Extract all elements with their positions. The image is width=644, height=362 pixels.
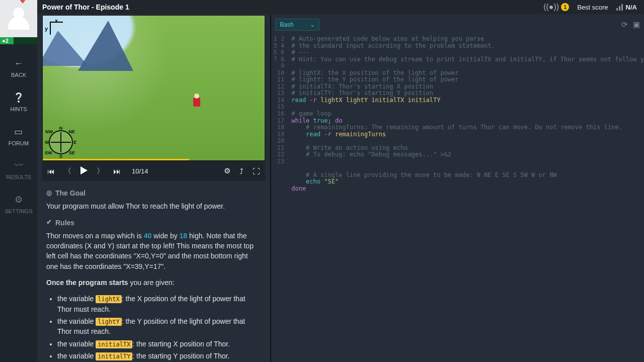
language-select[interactable]: Bash⌄ [275,19,319,31]
bars-icon [616,4,623,11]
hints-button[interactable]: ❔HINTS [11,92,27,112]
forum-button[interactable]: ▭FORUM [9,126,29,146]
fast-forward-button[interactable]: ⏭ [113,167,121,175]
list-item: the variable lightY: the Y position of t… [57,316,261,337]
page-title: Power of Thor - Episode 1 [42,3,129,11]
expand-button[interactable]: ▣ [633,20,640,29]
rules-starts: Once the program starts you are given: [46,278,261,288]
step-forward-button[interactable]: 〉 [97,166,104,176]
share-button[interactable]: ⤴ [239,167,244,175]
best-score-label: Best score [577,4,608,11]
compass-icon: NSEW NENWSESW [49,130,73,154]
player-controls: ⏮ 〈 〉 ⏭ 10/14 ⚙ ⤴ ⛶ [42,161,265,181]
check-icon: ✔ [46,218,52,227]
gear-icon: ⚙ [15,194,23,205]
thor-sprite [192,98,202,112]
line-gutter: 1 2 3 4 5 6 7 8 9 10 11 12 13 14 15 16 1… [271,34,288,362]
reset-button[interactable]: ⟳ [621,20,628,29]
lightbulb-icon: ❔ [13,92,24,103]
pulse-icon: 〰 [14,160,23,171]
back-button[interactable]: ←BACK [11,58,26,78]
notification-flag-icon [19,0,27,4]
step-back-button[interactable]: 〈 [64,166,71,176]
code-editor[interactable]: 1 2 3 4 5 6 7 8 9 10 11 12 13 14 15 16 1… [271,34,644,362]
title-bar: Power of Thor - Episode 1 [37,0,270,14]
score-display: N/A [616,4,637,11]
broadcast-icon: ((●)) [543,3,559,12]
list-item: the variable lightX: the X position of t… [57,294,261,314]
settings-button[interactable]: ⚙SETTINGS [5,194,32,214]
variable-list: the variable lightX: the X position of t… [57,294,261,361]
chevron-down-icon: ⌄ [310,21,315,28]
top-status-bar: ((●))1 Best score N/A [270,0,644,14]
goal-text: Your program must allow Thor to reach th… [46,201,261,211]
problem-statement: ◎The Goal Your program must allow Thor t… [37,181,270,362]
level-progress: ● 2 [0,37,37,44]
game-viewer[interactable]: xy NSEW NENWSESW [42,15,265,161]
goal-heading: ◎The Goal [46,188,261,198]
arrow-left-icon: ← [14,58,23,69]
play-icon [80,166,88,174]
list-item: the variable initialTY: the starting Y p… [57,351,261,361]
rules-heading: ✔Rules [46,218,261,228]
code-lines[interactable]: # Auto-generated code below aims at help… [288,34,644,362]
rewind-button[interactable]: ⏮ [47,167,55,175]
viewer-settings-button[interactable]: ⚙ [224,166,230,175]
live-indicator[interactable]: ((●))1 [543,3,569,12]
target-icon: ◎ [46,189,52,198]
rules-intro: Thor moves on a map which is 40 wide by … [46,231,261,272]
chat-icon: ▭ [14,126,23,137]
list-item: the variable initialTX: the starting X p… [57,339,261,349]
side-rail: ● 2 ←BACK ❔HINTS ▭FORUM 〰RESULTS ⚙SETTIN… [0,0,37,362]
avatar[interactable] [0,0,37,37]
play-button[interactable] [80,166,88,176]
replay-progress[interactable] [43,159,189,160]
frame-counter: 10/14 [132,167,148,175]
fullscreen-button[interactable]: ⛶ [253,167,260,175]
results-button[interactable]: 〰RESULTS [6,160,31,180]
code-editor-panel: Bash⌄ ⟳ ▣ 1 2 3 4 5 6 7 8 9 10 11 12 13 … [270,14,644,362]
